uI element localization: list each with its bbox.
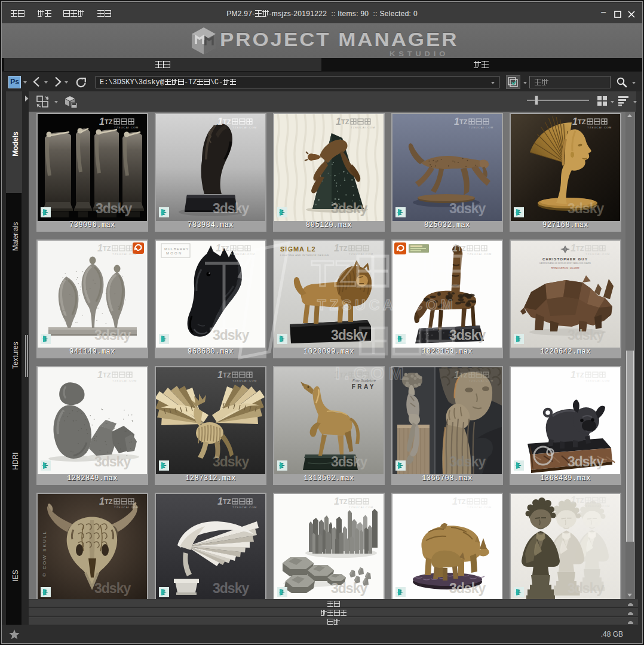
svg-text:TZ: TZ: [578, 118, 586, 125]
svg-text:TZSUCAI.COM: TZSUCAI.COM: [349, 506, 373, 509]
svg-text:3dsky: 3dsky: [331, 580, 367, 596]
svg-text:1: 1: [217, 116, 223, 127]
svg-text:TZSUCAI.COM: TZSUCAI.COM: [232, 506, 257, 509]
svg-text:1: 1: [454, 116, 459, 127]
svg-text:TZSUCAI.COM: TZSUCAI.COM: [469, 379, 493, 382]
svg-text:3dsky: 3dsky: [331, 454, 367, 469]
svg-text:1: 1: [452, 496, 458, 506]
svg-text:TZSUCAI.COM: TZSUCAI.COM: [114, 126, 139, 129]
svg-text:3dsky: 3dsky: [568, 580, 604, 596]
svg-text:1: 1: [571, 370, 576, 380]
svg-text:TZ: TZ: [458, 498, 466, 505]
svg-text:1: 1: [217, 370, 223, 380]
svg-text:3dsky: 3dsky: [94, 327, 131, 343]
svg-text:1: 1: [216, 243, 221, 253]
svg-text:3dsky: 3dsky: [94, 454, 131, 469]
svg-text:TZ: TZ: [339, 245, 348, 252]
svg-text:TZSUCAI.COM: TZSUCAI.COM: [467, 253, 492, 256]
svg-text:TZSUCAI.COM: TZSUCAI.COM: [585, 253, 610, 256]
svg-text:TZSUCAI.COM: TZSUCAI.COM: [349, 253, 373, 256]
svg-text:1: 1: [454, 370, 459, 380]
svg-text:3dsky: 3dsky: [449, 580, 486, 596]
svg-text:TZSUCAI.COM: TZSUCAI.COM: [467, 506, 492, 509]
svg-text:TZSUCAI.COM: TZSUCAI.COM: [112, 253, 137, 256]
svg-text:3dsky: 3dsky: [568, 201, 604, 216]
svg-text:1: 1: [571, 495, 576, 505]
svg-text:TZ: TZ: [339, 371, 348, 379]
svg-text:RHINOCEROS | 46-0389: RHINOCEROS | 46-0389: [551, 266, 579, 269]
svg-text:1: 1: [97, 243, 103, 253]
svg-text:TZ: TZ: [103, 245, 111, 252]
svg-text:TZ: TZ: [339, 498, 348, 505]
svg-text:TZSUCAI.COM: TZSUCAI.COM: [349, 379, 373, 382]
svg-text:CHRISTOPHER GUY: CHRISTOPHER GUY: [542, 257, 588, 261]
svg-text:1: 1: [99, 116, 105, 127]
svg-text:1: 1: [97, 370, 103, 380]
svg-text:TZ: TZ: [459, 371, 468, 379]
svg-text:3dsky: 3dsky: [568, 327, 604, 343]
svg-text:3dsky: 3dsky: [213, 580, 249, 596]
svg-text:3dsky: 3dsky: [449, 201, 486, 216]
svg-text:TZSUCAI.COM: TZSUCAI.COM: [232, 126, 257, 129]
svg-text:LIGHTING AND INTERIOR DESIGN: LIGHTING AND INTERIOR DESIGN: [280, 254, 329, 257]
svg-text:TZ: TZ: [341, 118, 349, 125]
svg-text:TZSUCAI.COM: TZSUCAI.COM: [232, 379, 257, 382]
svg-text:TZSUCAI.COM: TZSUCAI.COM: [587, 126, 612, 129]
svg-text:TZ: TZ: [103, 371, 111, 379]
svg-text:MOON: MOON: [166, 251, 182, 255]
svg-text:1: 1: [217, 496, 223, 506]
svg-text:TZSUCAI.COM: TZSUCAI.COM: [585, 379, 610, 382]
svg-text:1: 1: [336, 116, 341, 127]
svg-text:TZSUCAI.COM: TZSUCAI.COM: [585, 505, 610, 508]
svg-text:TZ: TZ: [459, 118, 468, 125]
svg-text:3dsky: 3dsky: [213, 327, 249, 343]
svg-text:FRAY: FRAY: [352, 383, 376, 390]
svg-text:3dsky: 3dsky: [213, 454, 249, 469]
svg-text:1: 1: [334, 496, 339, 506]
svg-text:MULBERRY: MULBERRY: [164, 247, 189, 251]
svg-text:3dsky: 3dsky: [331, 201, 367, 216]
svg-text:TZ: TZ: [576, 371, 584, 379]
svg-text:TZ: TZ: [458, 245, 466, 252]
svg-text:3dsky: 3dsky: [449, 454, 486, 469]
svg-text:TZ: TZ: [223, 498, 231, 505]
svg-text:1: 1: [572, 116, 578, 127]
svg-text:© COW SKULL: © COW SKULL: [42, 530, 47, 576]
svg-text:TZSUCAI.COM: TZSUCAI.COM: [469, 126, 493, 129]
svg-text:3dsky: 3dsky: [213, 201, 249, 216]
svg-text:TZSUCAI.COM: TZSUCAI.COM: [112, 379, 137, 382]
svg-text:HARRISON AND GIL WORLDS MOST F: HARRISON AND GIL WORLDS MOST FABULOUS CH…: [539, 262, 591, 265]
svg-text:TZ: TZ: [576, 245, 584, 252]
svg-text:1: 1: [334, 370, 339, 380]
svg-text:1: 1: [334, 243, 339, 253]
svg-text:TZ: TZ: [105, 118, 113, 125]
svg-text:3dsky: 3dsky: [331, 327, 367, 343]
svg-text:TZ: TZ: [221, 245, 229, 252]
svg-text:3dsky: 3dsky: [568, 454, 604, 469]
svg-text:TZ: TZ: [223, 371, 231, 379]
svg-text:TZ: TZ: [576, 497, 584, 504]
svg-text:3dsky: 3dsky: [449, 327, 486, 343]
svg-text:1: 1: [571, 243, 576, 253]
svg-text:SIGMA L2: SIGMA L2: [280, 245, 316, 253]
svg-text:TZSUCAI.COM: TZSUCAI.COM: [231, 253, 255, 256]
svg-text:TZSUCAI.COM: TZSUCAI.COM: [351, 126, 375, 129]
svg-text:3dsky: 3dsky: [96, 201, 132, 216]
svg-text:TZ: TZ: [105, 498, 113, 505]
svg-text:TZSUCAI.COM: TZSUCAI.COM: [114, 506, 139, 509]
svg-text:1: 1: [452, 243, 458, 253]
svg-text:TZ: TZ: [223, 118, 231, 125]
svg-text:3dsky: 3dsky: [94, 580, 131, 596]
svg-text:1: 1: [99, 496, 105, 506]
